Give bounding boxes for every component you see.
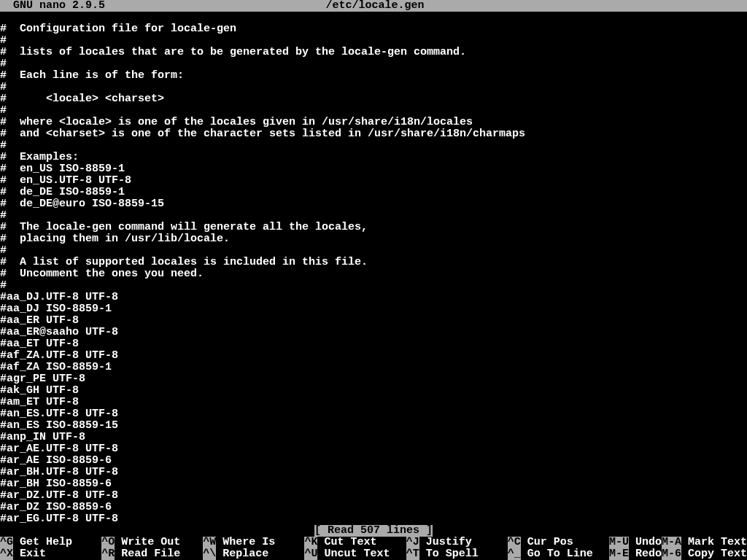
shortcut-label: To Spell — [419, 548, 479, 560]
editor-line[interactable]: #ar_AE.UTF-8 UTF-8 — [0, 443, 747, 455]
editor-line[interactable]: #aa_ER UTF-8 — [0, 315, 747, 327]
shortcut-key: M-6 — [662, 548, 681, 560]
editor-line[interactable]: #ar_DZ ISO-8859-6 — [0, 502, 747, 513]
editor-area[interactable]: # Configuration file for locale-gen## li… — [0, 23, 747, 525]
shortcut-key: M-A — [662, 537, 681, 548]
editor-line[interactable]: #af_ZA.UTF-8 UTF-8 — [0, 350, 747, 362]
editor-line[interactable]: #an_ES ISO-8859-15 — [0, 420, 747, 432]
shortcut-item[interactable]: ^_ Go To Line — [508, 548, 609, 560]
shortcut-item[interactable]: ^C Cur Pos — [508, 537, 609, 548]
shortcut-key: ^O — [101, 537, 115, 548]
app-name: GNU nano 2.9.5 — [0, 0, 105, 12]
shortcut-key: ^X — [0, 548, 13, 560]
shortcut-key: ^J — [406, 537, 419, 548]
editor-line[interactable]: # lists of locales that are to be genera… — [0, 47, 747, 58]
shortcut-item[interactable]: ^K Cut Text — [304, 537, 406, 548]
editor-line[interactable]: # en_US.UTF-8 UTF-8 — [0, 175, 747, 187]
shortcut-label: Cut Text — [317, 537, 376, 548]
shortcut-item[interactable]: ^J Justify — [406, 537, 508, 548]
shortcut-key: ^W — [203, 537, 216, 548]
editor-line[interactable]: # de_DE@euro ISO-8859-15 — [0, 198, 747, 210]
editor-line[interactable]: # — [0, 140, 747, 152]
shortcut-label: Exit — [13, 548, 46, 560]
editor-line[interactable]: # Examples: — [0, 152, 747, 163]
status-line: [ Read 507 lines ] — [0, 525, 747, 537]
shortcut-key: ^T — [406, 548, 419, 560]
shortcut-item[interactable]: ^R Read File — [101, 548, 203, 560]
shortcut-item[interactable]: M-A Mark Text — [662, 537, 747, 548]
editor-line[interactable]: #am_ET UTF-8 — [0, 397, 747, 408]
editor-line[interactable]: #ar_AE ISO-8859-6 — [0, 455, 747, 467]
shortcut-key: M-E — [609, 548, 629, 560]
shortcut-item[interactable]: ^W Where Is — [203, 537, 304, 548]
editor-line[interactable]: # — [0, 245, 747, 257]
editor-line[interactable]: #anp_IN UTF-8 — [0, 432, 747, 443]
shortcut-key: ^C — [508, 537, 521, 548]
editor-line[interactable]: #an_ES.UTF-8 UTF-8 — [0, 408, 747, 420]
editor-line[interactable]: #af_ZA ISO-8859-1 — [0, 362, 747, 373]
editor-line[interactable]: # Configuration file for locale-gen — [0, 23, 747, 35]
titlebar: GNU nano 2.9.5 /etc/locale.gen — [0, 0, 747, 12]
shortcut-key: ^G — [0, 537, 13, 548]
shortcut-bar: ^G Get Help^X Exit^O Write Out^R Read Fi… — [0, 537, 747, 560]
editor-line[interactable]: #aa_ET UTF-8 — [0, 338, 747, 350]
editor-line[interactable]: #ar_DZ.UTF-8 UTF-8 — [0, 490, 747, 502]
shortcut-label: Undo — [629, 537, 662, 548]
shortcut-item[interactable]: ^\ Replace — [203, 548, 304, 560]
editor-line[interactable]: #aa_ER@saaho UTF-8 — [0, 327, 747, 338]
editor-line[interactable]: #ak_GH UTF-8 — [0, 385, 747, 397]
shortcut-label: Uncut Text — [317, 548, 390, 560]
editor-line[interactable]: #ar_BH ISO-8859-6 — [0, 478, 747, 490]
shortcut-item[interactable]: ^T To Spell — [406, 548, 508, 560]
shortcut-item[interactable]: ^U Uncut Text — [304, 548, 406, 560]
shortcut-label: Where Is — [216, 537, 275, 548]
editor-line[interactable]: # where <locale> is one of the locales g… — [0, 117, 747, 128]
editor-line[interactable]: # Uncomment the ones you need. — [0, 268, 747, 280]
shortcut-item[interactable]: M-U Undo — [609, 537, 662, 548]
editor-line[interactable]: # placing them in /usr/lib/locale. — [0, 233, 747, 245]
shortcut-key: ^\ — [203, 548, 216, 560]
blank-line — [0, 12, 747, 23]
shortcut-label: Replace — [216, 548, 268, 560]
editor-line[interactable]: # — [0, 35, 747, 47]
shortcut-item[interactable]: ^G Get Help — [0, 537, 101, 548]
shortcut-key: ^U — [304, 548, 317, 560]
bottom-bar: [ Read 507 lines ] ^G Get Help^X Exit^O … — [0, 525, 747, 560]
editor-line[interactable]: # Each line is of the form: — [0, 70, 747, 82]
editor-line[interactable]: # en_US ISO-8859-1 — [0, 163, 747, 175]
shortcut-label: Redo — [629, 548, 662, 560]
editor-line[interactable]: # and <charset> is one of the character … — [0, 128, 747, 140]
shortcut-key: ^_ — [508, 548, 521, 560]
shortcut-label: Write Out — [115, 537, 180, 548]
shortcut-item[interactable]: M-E Redo — [609, 548, 662, 560]
shortcut-label: Cur Pos — [521, 537, 573, 548]
editor-line[interactable]: # de_DE ISO-8859-1 — [0, 187, 747, 198]
editor-line[interactable]: #agr_PE UTF-8 — [0, 373, 747, 385]
editor-line[interactable]: #ar_BH.UTF-8 UTF-8 — [0, 467, 747, 478]
editor-line[interactable]: #aa_DJ ISO-8859-1 — [0, 303, 747, 315]
shortcut-label: Copy Text — [681, 548, 747, 560]
shortcut-label: Read File — [115, 548, 180, 560]
editor-line[interactable]: # A list of supported locales is include… — [0, 257, 747, 268]
shortcut-key: ^R — [101, 548, 115, 560]
shortcut-key: M-U — [609, 537, 629, 548]
shortcut-label: Justify — [419, 537, 472, 548]
shortcut-label: Mark Text — [681, 537, 747, 548]
editor-line[interactable]: # — [0, 280, 747, 292]
status-message: [ Read 507 lines ] — [314, 525, 433, 537]
editor-line[interactable]: # The locale-gen command will generate a… — [0, 222, 747, 233]
titlebar-right — [645, 0, 747, 12]
shortcut-item[interactable]: ^X Exit — [0, 548, 101, 560]
editor-line[interactable]: # — [0, 105, 747, 117]
shortcut-item[interactable]: ^O Write Out — [101, 537, 203, 548]
editor-line[interactable]: # — [0, 82, 747, 93]
editor-line[interactable]: #aa_DJ.UTF-8 UTF-8 — [0, 292, 747, 303]
shortcut-label: Go To Line — [521, 548, 593, 560]
editor-line[interactable]: # — [0, 210, 747, 222]
file-name: /etc/locale.gen — [105, 0, 645, 12]
shortcut-item[interactable]: M-6 Copy Text — [662, 548, 747, 560]
editor-line[interactable]: # — [0, 58, 747, 70]
editor-line[interactable]: #ar_EG.UTF-8 UTF-8 — [0, 513, 747, 525]
editor-line[interactable]: # <locale> <charset> — [0, 93, 747, 105]
shortcut-key: ^K — [304, 537, 317, 548]
